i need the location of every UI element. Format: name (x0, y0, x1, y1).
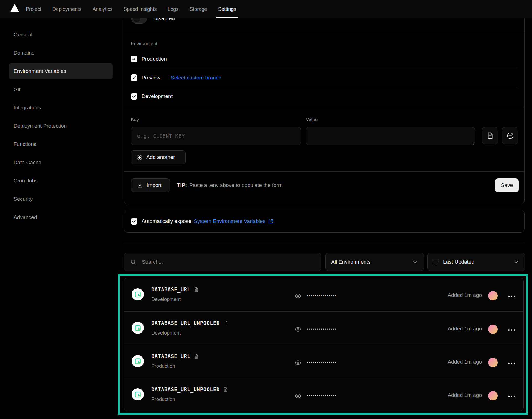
note-icon[interactable] (223, 320, 228, 326)
note-icon[interactable] (223, 387, 228, 392)
nav-tab-settings[interactable]: Settings (218, 0, 236, 18)
import-button[interactable]: Import (131, 178, 170, 192)
download-icon (137, 182, 143, 188)
neon-logo-icon (132, 355, 144, 367)
more-menu-button[interactable] (508, 394, 516, 399)
vercel-triangle-icon[interactable] (10, 4, 19, 12)
added-timestamp: Added 1m ago (447, 392, 482, 398)
added-timestamp: Added 1m ago (447, 359, 482, 365)
nav-tab-logs[interactable]: Logs (168, 0, 178, 18)
sidebar-item-advanced[interactable]: Advanced (9, 209, 113, 225)
auto-expose-label: Automatically expose (142, 218, 191, 224)
key-label: Key (131, 117, 139, 122)
avatar (488, 291, 498, 300)
eye-icon[interactable] (295, 326, 301, 333)
neon-logo-icon (132, 288, 144, 300)
sidebar-item-cron-jobs[interactable]: Cron Jobs (9, 173, 113, 189)
env-var-key: DATABASE_URL_UNPOOLED (151, 320, 220, 326)
avatar (488, 325, 498, 334)
chevron-down-icon (412, 259, 418, 265)
auto-expose-checkbox[interactable] (131, 218, 137, 225)
masked-value: ••••••••••••••• (306, 392, 336, 400)
value-input[interactable] (306, 127, 475, 145)
add-another-button[interactable]: Add another (131, 150, 186, 164)
key-input[interactable] (131, 127, 301, 145)
more-menu-button[interactable] (508, 294, 516, 299)
sidebar-item-functions[interactable]: Functions (9, 136, 113, 152)
system-env-vars-link[interactable]: System Environment Variables (194, 218, 265, 224)
check-icon (132, 57, 136, 61)
preview-checkbox-label: Preview (142, 74, 160, 81)
env-var-key: DATABASE_URL_UNPOOLED (151, 386, 220, 392)
env-var-key: DATABASE_URL (151, 286, 190, 292)
sort-value: Last Updated (443, 259, 474, 265)
system-env-vars-card: Automatically expose System Environment … (124, 210, 525, 233)
production-checkbox-label: Production (142, 56, 167, 62)
more-menu-button[interactable] (508, 328, 516, 332)
environment-variables-settings-page: Disabled Environment Production Preview … (0, 0, 532, 419)
select-custom-branch-link[interactable]: Select custom branch (171, 74, 221, 81)
env-var-list: DATABASE_URL Development •••••••••••••••… (124, 278, 524, 411)
note-icon[interactable] (193, 287, 199, 292)
env-var-environment: Development (151, 330, 181, 336)
add-env-var-card: Disabled Environment Production Preview … (124, 0, 525, 204)
sidebar-item-general[interactable]: General (9, 27, 113, 43)
masked-value: ••••••••••••••• (306, 359, 336, 366)
environment-filter-select[interactable]: All Environments (325, 253, 424, 271)
divider (124, 108, 524, 108)
added-timestamp: Added 1m ago (447, 326, 482, 332)
development-checkbox[interactable] (131, 93, 137, 100)
paste-env-file-button[interactable] (482, 127, 498, 144)
note-icon[interactable] (193, 354, 199, 359)
neon-logo-icon (132, 388, 144, 400)
added-timestamp: Added 1m ago (447, 292, 482, 298)
import-label: Import (147, 182, 162, 188)
settings-sidebar: General Domains Environment Variables Gi… (9, 27, 113, 228)
nav-tab-speed-insights[interactable]: Speed Insights (124, 0, 157, 18)
add-another-label: Add another (146, 154, 175, 160)
sidebar-item-data-cache[interactable]: Data Cache (9, 155, 113, 171)
sidebar-item-deployment-protection[interactable]: Deployment Protection (9, 118, 113, 134)
sidebar-item-environment-variables[interactable]: Environment Variables (9, 63, 113, 79)
external-link-icon (268, 219, 274, 224)
tip-label: TIP: (177, 182, 187, 188)
nav-tab-deployments[interactable]: Deployments (52, 0, 81, 18)
environment-filter-value: All Environments (331, 259, 371, 265)
remove-row-button[interactable] (502, 127, 518, 144)
divider (131, 87, 518, 87)
sidebar-item-domains[interactable]: Domains (9, 45, 113, 61)
masked-value: ••••••••••••••• (306, 292, 336, 300)
search-input[interactable] (124, 253, 321, 271)
eye-icon[interactable] (295, 292, 301, 299)
divider (124, 243, 525, 243)
production-checkbox[interactable] (131, 56, 137, 62)
env-var-key: DATABASE_URL (151, 353, 190, 359)
env-var-row: DATABASE_URL_UNPOOLED Development ••••••… (124, 311, 523, 345)
value-label: Value (306, 117, 318, 122)
neon-logo-icon (132, 322, 144, 334)
sidebar-item-git[interactable]: Git (9, 81, 113, 97)
eye-icon[interactable] (295, 359, 301, 366)
main-content: Disabled Environment Production Preview … (124, 0, 525, 419)
sidebar-item-security[interactable]: Security (9, 191, 113, 207)
env-var-environment: Development (151, 297, 181, 302)
preview-checkbox[interactable] (131, 74, 137, 81)
save-button[interactable]: Save (495, 178, 519, 192)
eye-icon[interactable] (295, 392, 301, 399)
sort-select[interactable]: Last Updated (427, 253, 525, 271)
tip-text: Paste a .env above to populate the form (189, 182, 283, 188)
divider (124, 171, 524, 172)
nav-tab-project[interactable]: Project (26, 0, 41, 18)
avatar (488, 391, 498, 400)
more-menu-button[interactable] (508, 361, 516, 366)
check-icon (132, 76, 136, 80)
env-var-row: DATABASE_URL Development •••••••••••••••… (124, 278, 523, 311)
check-icon (132, 94, 136, 99)
document-icon (487, 132, 494, 139)
development-checkbox-label: Development (142, 93, 173, 100)
nav-tab-analytics[interactable]: Analytics (93, 0, 112, 18)
sidebar-item-integrations[interactable]: Integrations (9, 100, 113, 116)
chevron-down-icon (513, 259, 519, 265)
env-var-environment: Production (151, 363, 175, 369)
nav-tab-storage[interactable]: Storage (190, 0, 207, 18)
